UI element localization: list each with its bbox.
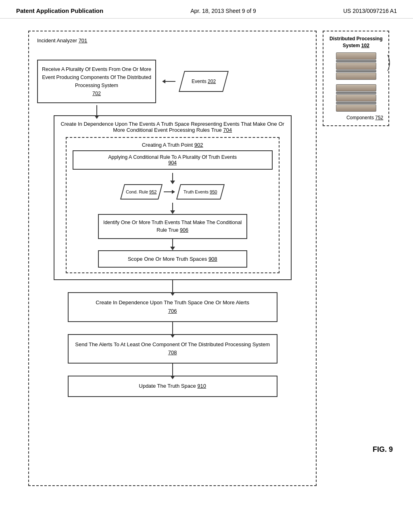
create-alerts-box: Create In Dependence Upon The Truth Spac… <box>68 292 277 322</box>
arrow2 <box>172 173 173 181</box>
server-stack-2 <box>336 84 376 112</box>
create-truth-space-box: Create In Dependence Upon The Events A T… <box>54 115 292 280</box>
arrow3 <box>172 203 173 211</box>
right-panel: Distributed Processing System 102 <box>317 31 397 486</box>
arrow7 <box>172 364 173 376</box>
page-header: Patent Application Publication Apr. 18, … <box>0 0 413 19</box>
dps-label: Distributed Processing System 102 <box>327 35 385 49</box>
applying-conditional-box: Applying A Conditional Rule To A Plurali… <box>73 150 273 170</box>
arrow1 <box>96 105 97 115</box>
header-right: US 2013/0097216 A1 <box>343 8 397 14</box>
dps-box: Distributed Processing System 102 <box>323 31 389 126</box>
cond-truth-row: Cond. Rule 952 <box>73 184 273 200</box>
main-content: Incident Analyzer 701 Receive A Pluralit… <box>0 19 413 494</box>
inner-dashed-box: Creating A Truth Point 902 Applying A Co… <box>66 137 280 273</box>
incident-analyzer-box: Incident Analyzer 701 Receive A Pluralit… <box>28 31 317 486</box>
server-curve-connector <box>382 55 394 71</box>
server-stacks <box>327 52 385 112</box>
cond-rule-para: Cond. Rule 952 <box>122 184 161 200</box>
identify-box: Identify One Or More Truth Events That M… <box>98 214 247 239</box>
fig-label: FIG. 9 <box>373 445 393 454</box>
arrow4 <box>172 239 173 247</box>
server-stack-1 <box>336 52 376 80</box>
events-parallelogram: Events 202 <box>181 71 226 92</box>
truth-events-para: Truth Events 950 <box>178 184 223 200</box>
creating-truth-point: Creating A Truth Point 902 <box>73 142 273 148</box>
top-section: Receive A Plurality Of Events From One O… <box>37 60 308 103</box>
arrow5 <box>172 280 173 292</box>
scope-box: Scope One Or More Truth Spaces 908 <box>98 250 247 268</box>
cond-to-truth-arrow <box>164 190 175 194</box>
incident-analyzer-label: Incident Analyzer 701 <box>37 37 308 44</box>
components-label: Components 752 <box>327 115 385 121</box>
arrow6 <box>172 322 173 334</box>
header-center: Apr. 18, 2013 Sheet 9 of 9 <box>190 8 256 14</box>
events-arrow <box>162 79 175 83</box>
send-alerts-box: Send The Alerts To At Least One Componen… <box>68 334 277 364</box>
receive-box: Receive A Plurality Of Events From One O… <box>37 60 156 103</box>
header-left: Patent Application Publication <box>16 7 103 14</box>
